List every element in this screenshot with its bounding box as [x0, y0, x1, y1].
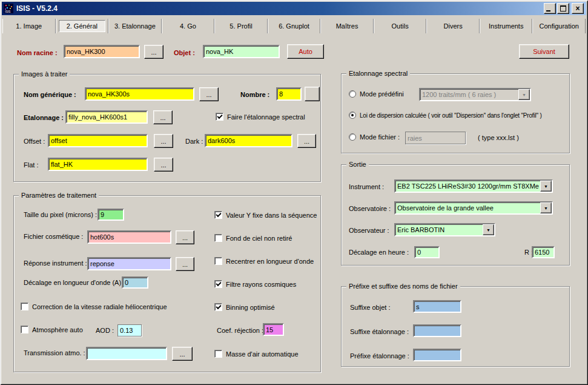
nom-racine-label: Nom racine :	[17, 49, 58, 57]
faire-etalonnage-checkbox[interactable]	[216, 113, 223, 121]
nom-generique-input[interactable]	[85, 87, 194, 101]
mode-predefini-radio[interactable]	[349, 90, 356, 98]
tab-instruments[interactable]: Instruments	[480, 19, 533, 33]
r-input[interactable]	[532, 246, 555, 258]
mode-predefini-radiorow: Mode prédéfini	[349, 90, 404, 98]
instrument-combobox[interactable]: EB2 TSC225 LHiReS3#30 1200gr/mm ST8XMe ▼	[394, 179, 553, 193]
prefixe-etalonnage-label: Préfixe étalonnage :	[350, 352, 409, 360]
correction-vitesse-label[interactable]: Correction de la vitesse radiale hélioce…	[32, 303, 167, 310]
tab-go[interactable]: 4. Go	[162, 19, 215, 33]
suivant-button[interactable]: Suivant	[519, 44, 569, 59]
tab-gnuplot[interactable]: 6. Gnuplot	[268, 19, 321, 33]
tab-outils[interactable]: Outils	[374, 19, 427, 33]
parametres-traitement-group: Paramètres de traitement Taille du pixel…	[13, 195, 321, 372]
tab-label: Maîtres	[336, 22, 358, 30]
nombre-input[interactable]	[276, 87, 302, 101]
etalonnage-input[interactable]	[65, 110, 148, 124]
fond-ciel-label[interactable]: Fond de ciel non retiré	[226, 235, 292, 242]
mode-predefini-label[interactable]: Mode prédéfini	[360, 90, 404, 98]
etalonnage-spectral-group: Etalonnage spectral Mode prédéfini 1200 …	[341, 73, 570, 153]
minimize-icon	[546, 10, 550, 12]
binning-label[interactable]: Binning optimisé	[226, 304, 275, 311]
observateur-combobox[interactable]: Eric BARBOTIN ▼	[394, 223, 495, 236]
observatoire-value: Observatoire de la grande vallee	[395, 203, 540, 213]
masse-air-checkbox[interactable]	[214, 350, 222, 358]
params-group-title: Paramètres de traitement	[19, 192, 99, 199]
prefixe-etalonnage-input[interactable]	[413, 349, 461, 361]
instrument-value: EB2 TSC225 LHiReS3#30 1200gr/mm ST8XMe	[395, 181, 540, 192]
recentrer-checkbox[interactable]	[214, 257, 222, 265]
tab-image[interactable]: 1. Image	[2, 19, 56, 33]
tab-label: 4. Go	[180, 22, 196, 30]
offset-browse-button[interactable]: ...	[154, 134, 173, 148]
maximize-button[interactable]	[557, 3, 569, 14]
images-group-title: Images à traiter	[19, 70, 70, 78]
dark-input[interactable]	[205, 134, 292, 147]
close-button[interactable]: ×	[572, 3, 584, 14]
valeur-y-label[interactable]: Valeur Y fixe dans la séquence	[226, 212, 317, 219]
loi-dispersion-radio[interactable]	[349, 112, 356, 119]
dark-browse-button[interactable]: ...	[297, 134, 316, 148]
offset-input[interactable]	[48, 134, 148, 147]
mode-fichier-label[interactable]: Mode fichier :	[360, 133, 400, 141]
window-title: ISIS - V5.2.4	[16, 4, 544, 13]
tab-etalonnage[interactable]: 3. Etalonnage	[108, 19, 162, 33]
nom-racine-input[interactable]	[64, 45, 140, 58]
atmosphere-checkrow: Atmosphère auto	[21, 326, 83, 333]
coef-rejection-input[interactable]	[263, 323, 284, 336]
atmosphere-auto-label[interactable]: Atmosphère auto	[32, 326, 83, 333]
reponse-instrument-browse-button[interactable]: ...	[176, 257, 194, 271]
reponse-instrument-input[interactable]	[87, 257, 171, 270]
auto-button[interactable]: Auto	[287, 44, 324, 59]
dropdown-arrow-icon[interactable]: ▼	[518, 89, 530, 100]
tab-label: 6. Gnuplot	[279, 22, 309, 30]
tab-divers[interactable]: Divers	[426, 19, 480, 33]
decalage-heure-input[interactable]	[414, 246, 440, 258]
etalonnage-browse-button[interactable]: ...	[153, 110, 173, 124]
nombre-count-button[interactable]	[305, 87, 320, 101]
fond-ciel-checkbox[interactable]	[214, 234, 222, 242]
objet-input[interactable]	[203, 45, 280, 58]
mode-fichier-input[interactable]	[405, 132, 466, 144]
correction-vitesse-checkbox[interactable]	[21, 303, 28, 310]
aod-input[interactable]	[117, 324, 142, 336]
tab-label: Configuration	[540, 22, 579, 30]
tab-maitres[interactable]: Maîtres	[320, 19, 374, 33]
suffixe-etalonnage-input[interactable]	[413, 324, 461, 337]
mode-fichier-radio[interactable]	[349, 133, 356, 141]
valeur-y-checkbox[interactable]	[214, 211, 222, 219]
observatoire-combobox[interactable]: Observatoire de la grande vallee ▼	[394, 201, 553, 215]
loi-dispersion-label[interactable]: Loi de dispersion calculée ( voir outil …	[360, 112, 542, 119]
flat-browse-button[interactable]: ...	[154, 158, 173, 172]
atmosphere-auto-checkbox[interactable]	[21, 326, 28, 333]
flat-input[interactable]	[48, 158, 148, 171]
fichier-cosmetique-input[interactable]	[87, 230, 171, 244]
filtre-cosmiques-label[interactable]: Filtre rayons cosmiques	[226, 281, 296, 288]
transmission-atmo-input[interactable]	[86, 347, 167, 360]
nom-racine-browse-button[interactable]: ...	[144, 45, 164, 59]
objet-label: Objet :	[174, 49, 195, 57]
taille-pixel-input[interactable]	[97, 209, 124, 221]
decalage-heure-label: Décalage en heure :	[349, 249, 409, 256]
masse-air-label[interactable]: Masse d'air automatique	[226, 350, 299, 358]
dropdown-arrow-icon[interactable]: ▼	[483, 224, 494, 235]
dropdown-arrow-icon[interactable]: ▼	[540, 181, 552, 192]
tab-general[interactable]: 2. Général	[56, 19, 109, 33]
transmission-atmo-browse-button[interactable]: ...	[172, 347, 193, 361]
filtre-cosmiques-checkbox[interactable]	[214, 280, 222, 288]
fichier-cosmetique-browse-button[interactable]: ...	[176, 230, 194, 244]
minimize-button[interactable]	[544, 3, 556, 14]
mode-predefini-combobox[interactable]: 1200 traits/mm ( 6 raies ) ▼	[419, 88, 531, 101]
tab-profil[interactable]: 5. Profil	[214, 19, 268, 33]
valeur-y-checkrow: Valeur Y fixe dans la séquence	[214, 211, 317, 219]
decalage-onde-input[interactable]	[122, 276, 148, 289]
faire-etalonnage-checkrow: Faire l'étalonnage spectral	[216, 113, 305, 121]
faire-etalonnage-label[interactable]: Faire l'étalonnage spectral	[227, 113, 305, 121]
suffixe-objet-input[interactable]	[413, 300, 461, 313]
recentrer-label[interactable]: Recentrer en longueur d'onde	[226, 258, 314, 265]
dropdown-arrow-icon[interactable]: ▼	[540, 203, 552, 213]
nom-generique-browse-button[interactable]: ...	[199, 87, 219, 101]
binning-checkbox[interactable]	[214, 303, 222, 311]
tab-configuration[interactable]: Configuration	[532, 19, 586, 33]
recentrer-checkrow: Recentrer en longueur d'onde	[214, 257, 314, 265]
